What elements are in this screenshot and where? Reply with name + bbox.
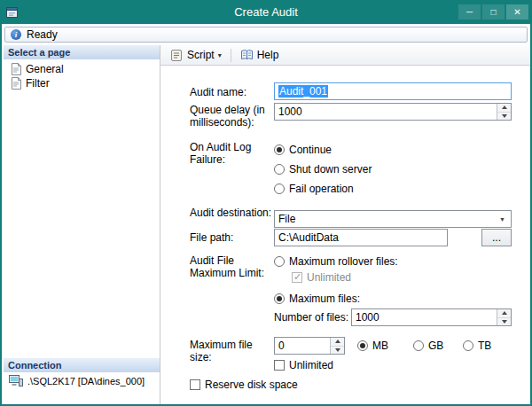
script-icon [169,49,184,62]
spin-up-icon[interactable] [331,338,344,346]
toolbar: Script ▾ Help [160,45,530,66]
radio-maximum-files-control [274,293,285,304]
radio-gb-label: GB [428,340,443,352]
spin-down-icon[interactable] [497,317,511,326]
sidebar-item-label: General [26,63,64,75]
sidebar-item-general[interactable]: General [4,62,160,76]
radio-shut-down-server[interactable]: Shut down server [274,163,372,176]
max-file-size-input[interactable]: 0 [274,337,345,355]
radio-shut-down-control [274,164,285,175]
maximize-button[interactable]: □ [482,4,505,20]
script-button[interactable]: Script ▾ [165,48,226,63]
radio-maximum-files[interactable]: Maximum files: [274,293,360,305]
browse-button[interactable]: ... [481,229,512,246]
main-panel: Script ▾ Help Audit name: Audit_001 Queu… [160,45,530,404]
checkbox-reserve-control [190,379,200,390]
radio-gb-control [413,340,424,351]
audit-name-label: Audit name: [190,86,273,98]
audit-name-value: Audit_001 [278,85,328,98]
radio-tb-label: TB [478,340,491,352]
destination-label: Audit destination: [190,207,273,219]
checkbox-reserve-label: Reserve disk space [205,379,298,391]
checkbox-unlimited-rollover-control [292,272,302,283]
audit-destination-select[interactable]: File ▼ [274,210,512,228]
radio-continue-label: Continue [289,144,332,156]
max-file-size-spinner[interactable] [330,338,344,354]
checkbox-reserve-disk-space[interactable]: Reserve disk space [190,379,298,391]
checkbox-unlimited-rollover-label: Unlimited [307,271,351,284]
checkbox-unlimited-size[interactable]: Unlimited [274,359,333,371]
titlebar: Create Audit ─ □ ✕ [2,2,530,24]
radio-fail-operation[interactable]: Fail operation [274,183,354,195]
max-size-label: Maximum file size: [190,339,273,363]
connection-name: .\SQL2K17 [DA\dines_000] [27,376,145,386]
script-button-label: Script [187,49,215,61]
info-icon: i [11,29,21,40]
radio-maximum-files-label: Maximum files: [289,293,360,305]
help-button[interactable]: Help [236,48,284,62]
checkbox-unlimited-size-label: Unlimited [289,359,333,371]
status-bar: i Ready [4,27,528,43]
toolbar-separator [231,49,231,62]
number-of-files-label: Number of files: [274,311,348,324]
number-of-files-spinner[interactable] [497,309,511,325]
spin-up-icon[interactable] [497,309,511,317]
spin-down-icon[interactable] [497,112,511,121]
max-limit-label: Audit File Maximum Limit: [190,254,273,279]
page-icon [11,63,21,75]
file-path-label: File path: [190,231,273,244]
radio-mb[interactable]: MB [357,340,388,352]
max-file-size-value: 0 [278,340,285,352]
page-tree: General Filter [4,62,160,90]
window-title: Create Audit [2,5,530,19]
sidebar-item-filter[interactable]: Filter [4,76,160,90]
help-icon [240,49,254,61]
server-icon [9,375,23,386]
radio-tb[interactable]: TB [463,340,491,352]
number-of-files-input[interactable]: 1000 [351,308,512,326]
spin-up-icon[interactable] [497,104,511,112]
page-icon [11,77,21,90]
audit-destination-value: File [278,213,295,225]
radio-continue[interactable]: Continue [274,144,332,156]
create-audit-window: Create Audit ─ □ ✕ i Ready Select a page… [0,0,532,406]
connection-header: Connection [4,358,160,372]
queue-delay-spinner[interactable] [497,104,511,120]
sidebar: Select a page General Filter Connection … [4,45,160,404]
radio-shut-down-label: Shut down server [289,163,372,176]
number-of-files-value: 1000 [356,311,379,324]
checkbox-unlimited-size-control [274,360,285,371]
queue-delay-value: 1000 [278,105,302,118]
connection-item[interactable]: .\SQL2K17 [DA\dines_000] [4,375,160,386]
audit-name-input[interactable]: Audit_001 [274,82,512,100]
radio-tb-control [463,340,473,351]
radio-continue-control [274,144,285,155]
help-button-label: Help [257,49,279,61]
select-a-page-header: Select a page [4,45,160,59]
radio-rollover-label: Maximum rollover files: [289,255,398,268]
status-text: Ready [27,28,58,41]
file-path-value: C:\AuditData [278,231,339,244]
radio-rollover-control [274,256,285,267]
radio-maximum-rollover-files[interactable]: Maximum rollover files: [274,255,398,268]
script-dropdown-caret[interactable]: ▾ [218,51,222,59]
radio-gb[interactable]: GB [413,340,443,352]
spin-down-icon[interactable] [331,346,344,355]
checkbox-unlimited-rollover: Unlimited [292,271,351,284]
queue-delay-input[interactable]: 1000 [274,103,512,121]
file-path-input[interactable]: C:\AuditData [274,229,448,246]
sidebar-item-label: Filter [26,77,50,90]
radio-fail-operation-label: Fail operation [289,183,354,195]
radio-fail-operation-control [274,183,285,194]
minimize-button[interactable]: ─ [458,4,481,20]
close-button[interactable]: ✕ [506,4,528,20]
caption-buttons: ─ □ ✕ [458,4,528,20]
chevron-down-icon: ▼ [499,216,507,223]
radio-mb-control [357,340,368,351]
failure-label: On Audit Log Failure: [190,141,273,166]
radio-mb-label: MB [372,340,388,352]
queue-delay-label: Queue delay (in milliseconds): [190,104,273,129]
